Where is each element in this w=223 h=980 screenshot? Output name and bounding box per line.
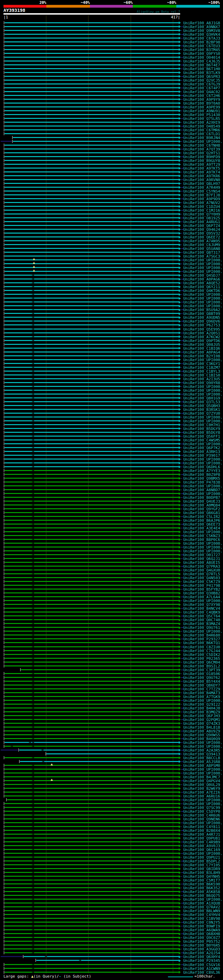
alignment-bar-segment[interactable] <box>5 382 32 383</box>
alignment-bar-segment[interactable] <box>5 275 32 276</box>
alignment-bar-segment[interactable] <box>34 336 179 337</box>
alignment-bar-segment[interactable] <box>5 290 32 291</box>
alignment-bar-segment[interactable] <box>5 902 32 904</box>
alignment-bar-segment[interactable] <box>5 60 179 62</box>
alignment-bar-segment[interactable] <box>34 818 179 819</box>
alignment-bar-segment[interactable] <box>34 428 179 429</box>
alignment-bar-segment[interactable] <box>5 780 32 781</box>
alignment-bar-segment[interactable] <box>5 738 32 739</box>
alignment-bar-segment[interactable] <box>34 926 179 926</box>
alignment-bar-segment[interactable] <box>5 539 32 540</box>
alignment-bar-segment[interactable] <box>34 795 179 797</box>
alignment-bar-segment[interactable] <box>34 478 179 479</box>
alignment-bar-segment[interactable] <box>34 929 179 930</box>
alignment-bar-segment[interactable] <box>34 968 179 969</box>
alignment-bar-segment[interactable] <box>5 883 32 885</box>
alignment-bar-segment[interactable] <box>5 631 32 632</box>
alignment-bar-segment[interactable] <box>34 393 179 395</box>
alignment-bar-segment[interactable] <box>5 49 179 50</box>
alignment-bar-segment[interactable] <box>5 807 32 808</box>
alignment-bar-segment[interactable] <box>34 757 179 758</box>
alignment-bar-segment[interactable] <box>34 309 179 310</box>
alignment-bar-segment[interactable] <box>5 447 32 448</box>
alignment-bar-segment[interactable] <box>34 918 179 919</box>
alignment-bar-segment[interactable] <box>5 386 32 387</box>
alignment-bar-segment[interactable] <box>34 638 179 639</box>
alignment-bar-segment[interactable] <box>5 914 32 915</box>
alignment-bar-segment[interactable] <box>5 788 32 789</box>
alignment-bar-segment[interactable] <box>34 542 179 544</box>
alignment-bar-segment[interactable] <box>5 390 32 391</box>
alignment-bar-segment[interactable] <box>5 30 179 31</box>
alignment-bar-segment[interactable] <box>5 278 32 280</box>
alignment-bar-segment[interactable] <box>34 424 179 425</box>
alignment-bar-segment[interactable] <box>5 918 32 919</box>
alignment-bar-segment[interactable] <box>5 462 32 463</box>
alignment-bar-segment[interactable] <box>34 723 179 724</box>
alignment-bar-segment[interactable] <box>34 887 179 888</box>
alignment-bar-segment[interactable] <box>34 352 179 353</box>
alignment-bar-segment[interactable] <box>5 662 32 663</box>
alignment-bar-segment[interactable] <box>34 681 179 682</box>
alignment-bar-segment[interactable] <box>34 447 179 448</box>
alignment-bar-segment[interactable] <box>5 573 32 574</box>
alignment-bar-segment[interactable] <box>34 294 179 295</box>
alignment-bar-segment[interactable] <box>5 267 179 268</box>
alignment-bar-segment[interactable] <box>34 780 179 781</box>
alignment-bar-segment[interactable] <box>13 141 179 142</box>
alignment-bar-segment[interactable] <box>34 902 179 904</box>
alignment-bar-segment[interactable] <box>34 834 179 835</box>
alignment-bar-segment[interactable] <box>34 504 179 506</box>
alignment-bar-segment[interactable] <box>34 788 179 789</box>
alignment-bar-segment[interactable] <box>34 891 179 892</box>
alignment-bar-segment[interactable] <box>34 401 179 402</box>
alignment-bar-segment[interactable] <box>5 834 32 835</box>
alignment-bar-segment[interactable] <box>5 849 32 850</box>
alignment-bar-segment[interactable] <box>5 684 32 686</box>
alignment-bar-segment[interactable] <box>34 512 179 513</box>
alignment-bar-segment[interactable] <box>5 325 32 325</box>
alignment-bar-segment[interactable] <box>34 485 179 486</box>
alignment-bar-segment[interactable] <box>34 906 179 907</box>
alignment-bar-segment[interactable] <box>5 815 32 816</box>
alignment-bar-segment[interactable] <box>34 746 179 747</box>
alignment-bar-segment[interactable] <box>5 772 32 773</box>
alignment-bar-segment[interactable] <box>34 371 179 372</box>
alignment-bar-segment[interactable] <box>34 455 179 456</box>
alignment-bar-segment[interactable] <box>5 244 179 245</box>
alignment-bar-segment[interactable] <box>34 662 179 663</box>
alignment-bar-segment[interactable] <box>5 577 32 578</box>
alignment-bar-segment[interactable] <box>5 891 32 892</box>
alignment-bar-segment[interactable] <box>5 910 32 911</box>
alignment-bar-segment[interactable] <box>34 497 179 498</box>
alignment-bar-segment[interactable] <box>5 110 179 111</box>
alignment-bar-segment[interactable] <box>34 715 179 716</box>
alignment-bar-segment[interactable] <box>5 129 179 130</box>
alignment-bar-segment[interactable] <box>5 80 179 81</box>
alignment-bar-segment[interactable] <box>5 424 32 425</box>
alignment-bar-segment[interactable] <box>5 225 179 226</box>
alignment-bar-segment[interactable] <box>5 417 32 417</box>
alignment-bar-segment[interactable] <box>5 53 179 54</box>
alignment-bar-segment[interactable] <box>34 673 179 674</box>
alignment-bar-segment[interactable] <box>5 711 32 712</box>
alignment-bar-segment[interactable] <box>34 317 179 318</box>
alignment-bar-segment[interactable] <box>5 776 32 777</box>
alignment-bar-segment[interactable] <box>5 895 32 896</box>
alignment-bar-segment[interactable] <box>34 799 179 800</box>
alignment-bar-segment[interactable] <box>34 508 179 509</box>
alignment-bar-segment[interactable] <box>5 428 32 429</box>
alignment-bar-segment[interactable] <box>34 321 179 321</box>
alignment-bar-segment[interactable] <box>5 730 32 732</box>
alignment-bar-segment[interactable] <box>34 516 179 517</box>
alignment-bar-segment[interactable] <box>5 619 32 620</box>
alignment-bar-segment[interactable] <box>34 573 179 574</box>
alignment-bar-segment[interactable] <box>34 627 179 628</box>
alignment-bar-segment[interactable] <box>5 156 179 157</box>
alignment-bar-segment[interactable] <box>5 638 32 639</box>
alignment-bar-segment[interactable] <box>5 803 32 804</box>
alignment-bar-segment[interactable] <box>5 677 32 678</box>
alignment-bar-segment[interactable] <box>5 635 32 635</box>
alignment-bar-segment[interactable] <box>5 692 32 693</box>
alignment-bar-segment[interactable] <box>34 482 179 482</box>
